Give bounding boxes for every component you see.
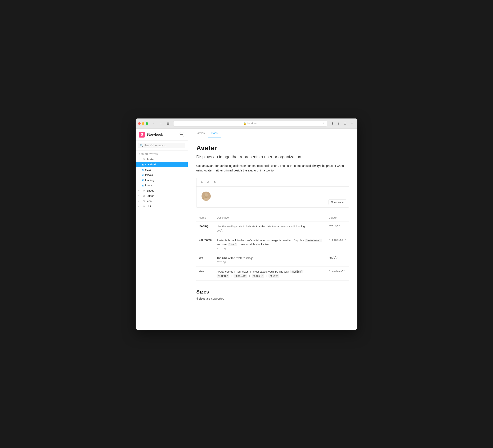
add-tab-button[interactable]: +: [349, 121, 355, 126]
col-name-header: Name: [196, 214, 214, 221]
sidebar-item-label: standard: [145, 163, 156, 166]
prop-type: string: [217, 261, 323, 264]
prop-type: string: [217, 247, 323, 250]
maximize-button[interactable]: [146, 122, 148, 125]
sidebar-item-label: loading: [145, 179, 154, 182]
search-bar: 🔍: [135, 141, 188, 150]
story-toolbar: ⊕ ⊖ ↻: [196, 178, 349, 186]
tab-canvas-label: Canvas: [195, 131, 205, 135]
prop-description: The URL of the Avatar's image.: [217, 256, 323, 260]
chevron-right-icon: ▸: [138, 200, 141, 202]
component-icon: ⊞: [142, 205, 145, 207]
new-tab-button[interactable]: □: [342, 121, 348, 126]
component-icon: ⊞: [142, 158, 145, 160]
show-code-button[interactable]: Show code: [328, 199, 346, 205]
story-canvas: Show code: [196, 186, 349, 207]
prop-description: Avatar comes in four sizes. In most case…: [217, 270, 323, 274]
sidebar-item-badge[interactable]: ▸ ⊞ Badge: [135, 188, 188, 193]
search-icon: 🔍: [140, 144, 143, 147]
url-bar: 🔒 localhost ↻: [173, 121, 327, 126]
sidebar-item-label: Button: [146, 194, 154, 197]
sidebar-item-button[interactable]: ▸ ⊞ Button: [135, 193, 188, 198]
nav-section-label: DESIGN SYSTEM: [135, 150, 188, 157]
sidebar-item-label: knobs: [145, 184, 153, 187]
avatar: [202, 192, 211, 201]
sidebar-item-avatar-standard[interactable]: ▣ standard: [135, 162, 188, 167]
tab-docs[interactable]: Docs: [208, 129, 221, 138]
lock-icon: 🔒: [243, 122, 246, 125]
app-container: S Storybook ••• 🔍 DESIGN SYSTEM ▾ ⊞ Avat…: [135, 129, 358, 330]
zoom-out-button[interactable]: ⊖: [206, 180, 211, 185]
sidebar-item-avatar-initials[interactable]: ▣ initials: [135, 172, 188, 178]
story-icon: ▣: [141, 179, 144, 181]
avatar-body: [203, 197, 209, 201]
back-button[interactable]: ‹: [151, 121, 157, 126]
table-row: username Avatar falls back to the user's…: [196, 235, 349, 253]
chevron-right-icon: ▸: [138, 195, 141, 197]
logo-area: S Storybook: [139, 132, 163, 138]
sidebar-item-label: Badge: [146, 189, 154, 192]
prop-type: bool: [217, 229, 323, 232]
tab-bar: Canvas Docs: [188, 129, 358, 138]
prop-name: loading: [199, 224, 208, 228]
col-default-header: Default: [326, 214, 349, 221]
zoom-in-button[interactable]: ⊕: [199, 180, 204, 185]
description-bold: always: [312, 164, 321, 167]
component-title: Avatar: [196, 144, 349, 152]
sidebar-item-avatar-loading[interactable]: ▣ loading: [135, 178, 188, 183]
sidebar: S Storybook ••• 🔍 DESIGN SYSTEM ▾ ⊞ Avat…: [135, 129, 188, 330]
sidebar-item-label: initials: [145, 173, 153, 176]
url-text: localhost: [247, 122, 257, 125]
story-icon: ▣: [141, 184, 144, 186]
sidebar-item-label: Icon: [146, 199, 152, 203]
sizes-section-subtitle: 4 sizes are supported: [196, 297, 349, 300]
component-icon: ⊞: [142, 195, 145, 197]
sidebar-item-icon[interactable]: ▸ ⊞ Icon: [135, 198, 188, 204]
sidebar-item-avatar-knobs[interactable]: ▣ knobs: [135, 183, 188, 188]
sidebar-item-avatar-sizes[interactable]: ▣ sizes: [135, 167, 188, 172]
component-description: Use an avatar for attributing actions or…: [196, 163, 349, 173]
reload-button[interactable]: ↻: [323, 122, 325, 125]
traffic-lights: [138, 122, 148, 125]
sidebar-toggle-button[interactable]: ☷: [165, 121, 171, 126]
sidebar-item-label: Link: [146, 205, 152, 208]
prop-name: username: [199, 238, 212, 241]
component-icon: ⊞: [142, 200, 145, 202]
prop-description: Use the loading state to indicate that t…: [217, 224, 323, 229]
sidebar-header: S Storybook •••: [135, 129, 188, 141]
prop-default: "'loading'": [328, 238, 347, 241]
chevron-right-icon: ▸: [138, 205, 141, 207]
search-input[interactable]: [144, 144, 183, 147]
story-icon: ▣: [141, 163, 144, 166]
prop-description: Avatar falls back to the user's initial …: [217, 238, 323, 246]
sizes-section-title: Sizes: [196, 289, 349, 295]
minimize-button[interactable]: [142, 122, 144, 125]
logo-letter: S: [141, 133, 143, 137]
table-row: src The URL of the Avatar's image. strin…: [196, 253, 349, 267]
sidebar-item-link[interactable]: ▸ ⊞ Link: [135, 204, 188, 209]
prop-default: "null": [328, 256, 338, 259]
search-input-wrap: 🔍: [138, 143, 185, 148]
component-icon: ⊞: [142, 189, 145, 192]
forward-button[interactable]: ›: [158, 121, 164, 126]
tab-canvas[interactable]: Canvas: [192, 129, 208, 138]
browser-actions: ⬇ ⬆ □: [330, 121, 348, 126]
prop-type: "large" | "medium" | "small" | "tiny": [217, 275, 323, 277]
close-button[interactable]: [138, 122, 141, 125]
chevron-down-icon: ▾: [138, 158, 141, 160]
zoom-reset-button[interactable]: ↻: [213, 180, 217, 185]
browser-chrome: ‹ › ☷ 🔒 localhost ↻ ⬇ ⬆ □ +: [135, 118, 358, 129]
sidebar-item-avatar[interactable]: ▾ ⊞ Avatar: [135, 157, 188, 162]
storybook-logo-icon: S: [139, 132, 145, 138]
story-preview: ⊕ ⊖ ↻ Show code: [196, 178, 349, 208]
tab-docs-label: Docs: [211, 131, 218, 135]
share-button[interactable]: ⬆: [336, 121, 341, 126]
prop-name: src: [199, 256, 203, 259]
props-table: Name Description Default loading Use the…: [196, 214, 349, 281]
sidebar-item-label: Avatar: [146, 158, 154, 161]
download-button[interactable]: ⬇: [330, 121, 335, 126]
table-row: loading Use the loading state to indicat…: [196, 221, 349, 235]
more-options-button[interactable]: •••: [179, 132, 184, 137]
story-icon: ▣: [141, 168, 144, 171]
docs-content: Avatar Displays an image that represents…: [188, 138, 358, 330]
